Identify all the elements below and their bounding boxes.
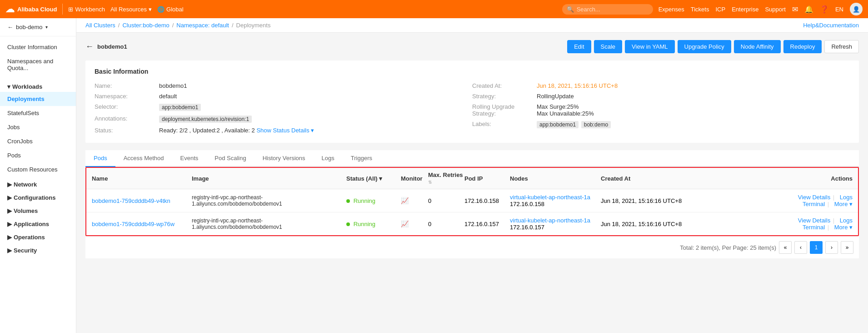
tab-triggers[interactable]: Triggers — [343, 150, 380, 167]
tab-history-versions[interactable]: History Versions — [254, 150, 314, 167]
page-title: bobdemo1 — [97, 43, 127, 50]
show-status-details-link[interactable]: Show Status Details ▾ — [256, 127, 314, 134]
pagination-page-1-button[interactable]: 1 — [810, 241, 823, 254]
info-row-name: Name: bobdemo1 — [95, 81, 472, 91]
upgrade-policy-button[interactable]: Upgrade Policy — [678, 40, 731, 53]
global-link[interactable]: 🌐 Global — [157, 6, 184, 13]
avatar[interactable]: 👤 — [850, 3, 863, 15]
view-details-link-2[interactable]: View Details — [798, 217, 830, 224]
sidebar-back-button[interactable]: ← bob-demo ▾ — [0, 18, 76, 36]
pagination-prev-button[interactable]: ‹ — [794, 241, 807, 254]
monitor-chart-icon-2[interactable]: 📈 — [401, 220, 409, 227]
tab-access-method[interactable]: Access Method — [115, 150, 172, 167]
sidebar-item-cronjobs[interactable]: CronJobs — [0, 134, 76, 148]
annotations-value: deployment.kubernetes.io/revision:1 — [159, 115, 253, 123]
group-chevron-icon: ▶ — [7, 181, 12, 188]
title-back-arrow[interactable]: ← — [85, 42, 94, 51]
group-chevron-icon: ▶ — [7, 221, 12, 227]
tab-events[interactable]: Events — [172, 150, 207, 167]
tab-logs[interactable]: Logs — [314, 150, 343, 167]
node-affinity-button[interactable]: Node Affinity — [734, 40, 781, 53]
sidebar-item-statefulsets[interactable]: StatefulSets — [0, 106, 76, 120]
refresh-button[interactable]: Refresh — [824, 40, 859, 53]
sidebar-item-jobs[interactable]: Jobs — [0, 120, 76, 134]
col-header-retries[interactable]: Max. Retries ⇅ — [428, 172, 464, 185]
group-label: Configurations — [14, 194, 55, 201]
sidebar-group-volumes[interactable]: ▶ Volumes — [0, 203, 76, 216]
retries-sort-icon: ⇅ — [428, 180, 432, 185]
info-right-column: Created At: Jun 18, 2021, 15:16:16 UTC+8… — [472, 81, 850, 136]
sidebar-item-deployments[interactable]: Deployments — [0, 92, 76, 106]
pagination-last-button[interactable]: » — [841, 241, 853, 254]
icp-link[interactable]: ICP — [715, 6, 725, 13]
sidebar-group-configurations[interactable]: ▶ Configurations — [0, 190, 76, 203]
page-title-area: ← bobdemo1 — [85, 42, 127, 51]
enterprise-link[interactable]: Enterprise — [732, 6, 758, 13]
terminal-link-2[interactable]: Terminal — [803, 224, 825, 231]
pod-nodes-1: virtual-kubelet-ap-northeast-1a 172.16.0… — [510, 194, 601, 207]
breadcrumb-sep: / — [172, 22, 174, 29]
sidebar-group-workloads[interactable]: ▾ Workloads — [0, 79, 76, 92]
info-left-column: Name: bobdemo1 Namespace: default Select… — [95, 81, 472, 136]
help-icon[interactable]: ❓ — [820, 5, 829, 14]
workbench-link[interactable]: ⊞ Workbench — [68, 6, 105, 13]
view-yaml-button[interactable]: View in YAML — [625, 40, 675, 53]
pod-monitor-2[interactable]: 📈 — [401, 220, 428, 227]
created-at-label: Created At: — [472, 82, 531, 89]
redeploy-button[interactable]: Redeploy — [783, 40, 822, 53]
pods-section: Pods Access Method Events Pod Scaling Hi… — [85, 150, 859, 258]
sep: | — [833, 194, 834, 201]
breadcrumb-namespace[interactable]: Namespace: default — [176, 22, 229, 29]
col-header-created: Created At — [601, 175, 683, 182]
pagination-next-button[interactable]: › — [825, 241, 838, 254]
selector-label: Selector: — [95, 103, 154, 110]
more-link-1[interactable]: More ▾ — [834, 201, 853, 207]
scale-button[interactable]: Scale — [594, 40, 623, 53]
bell-icon[interactable]: 🔔 — [804, 5, 813, 14]
group-chevron-icon: ▶ — [7, 247, 12, 254]
info-row-status: Status: Ready: 2/2 , Updated:2 , Availab… — [95, 125, 472, 136]
help-documentation-link[interactable]: Help&Documentation — [803, 22, 859, 29]
sidebar-item-namespaces[interactable]: Namespaces and Quota... — [0, 54, 76, 75]
pod-name-link-1[interactable]: bobdemo1-759cdddb49-v4tkn — [92, 197, 170, 204]
pagination-first-button[interactable]: « — [779, 241, 792, 254]
tab-pod-scaling[interactable]: Pod Scaling — [206, 150, 254, 167]
search-wrapper: 🔍 — [562, 4, 653, 15]
lang-label[interactable]: EN — [835, 6, 843, 13]
col-header-status[interactable]: Status (All) ▾ — [346, 175, 401, 182]
search-input[interactable] — [562, 4, 653, 15]
sidebar-group-applications[interactable]: ▶ Applications — [0, 216, 76, 229]
pod-name-link-2[interactable]: bobdemo1-759cdddb49-wp76w — [92, 221, 175, 227]
sidebar-item-pods[interactable]: Pods — [0, 148, 76, 162]
sidebar-cluster-chevron[interactable]: ▾ — [45, 25, 48, 30]
all-resources-link[interactable]: All Resources ▾ — [110, 6, 152, 13]
labels-value: app:bobdemo1 bob:demo — [537, 121, 612, 129]
sidebar-group-security[interactable]: ▶ Security — [0, 242, 76, 256]
tickets-link[interactable]: Tickets — [691, 6, 709, 13]
breadcrumb-cluster[interactable]: Cluster:bob-demo — [122, 22, 169, 29]
terminal-link-1[interactable]: Terminal — [803, 201, 825, 207]
support-link[interactable]: Support — [765, 6, 786, 13]
name-label: Name: — [95, 82, 154, 89]
sidebar-item-cluster-information[interactable]: Cluster Information — [0, 40, 76, 54]
sidebar-item-label: Custom Resources — [7, 166, 58, 173]
logo[interactable]: ☁ Alibaba Cloud — [5, 4, 57, 15]
logs-link-2[interactable]: Logs — [840, 217, 853, 224]
sidebar-group-network[interactable]: ▶ Network — [0, 177, 76, 190]
more-link-2[interactable]: More ▾ — [834, 224, 853, 231]
edit-button[interactable]: Edit — [567, 40, 591, 53]
group-label: Applications — [14, 221, 49, 227]
pod-node-link-1[interactable]: virtual-kubelet-ap-northeast-1a — [510, 194, 601, 201]
monitor-chart-icon-1[interactable]: 📈 — [401, 197, 409, 204]
expenses-link[interactable]: Expenses — [658, 6, 684, 13]
tab-pods[interactable]: Pods — [85, 150, 115, 167]
mail-icon[interactable]: ✉ — [792, 5, 798, 14]
pod-monitor-1[interactable]: 📈 — [401, 197, 428, 204]
breadcrumb-all-clusters[interactable]: All Clusters — [85, 22, 115, 29]
view-details-link-1[interactable]: View Details — [798, 194, 830, 201]
logs-link-1[interactable]: Logs — [840, 194, 853, 201]
sidebar-item-custom-resources[interactable]: Custom Resources — [0, 162, 76, 177]
pod-node-link-2[interactable]: virtual-kubelet-ap-northeast-1a — [510, 217, 601, 224]
sidebar-group-operations[interactable]: ▶ Operations — [0, 229, 76, 242]
sidebar-section-top: Cluster Information Namespaces and Quota… — [0, 36, 76, 79]
